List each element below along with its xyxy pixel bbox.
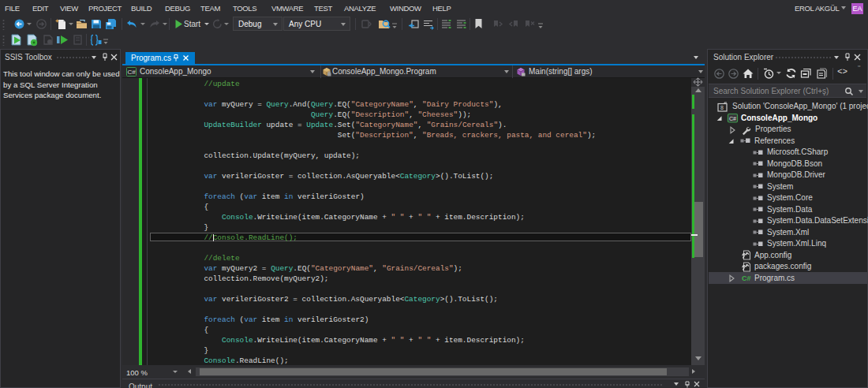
svg-text:C#: C# — [729, 116, 736, 121]
svg-text:8: 8 — [720, 105, 724, 110]
svg-text:C#: C# — [742, 274, 751, 282]
svg-text:C#: C# — [127, 69, 136, 76]
